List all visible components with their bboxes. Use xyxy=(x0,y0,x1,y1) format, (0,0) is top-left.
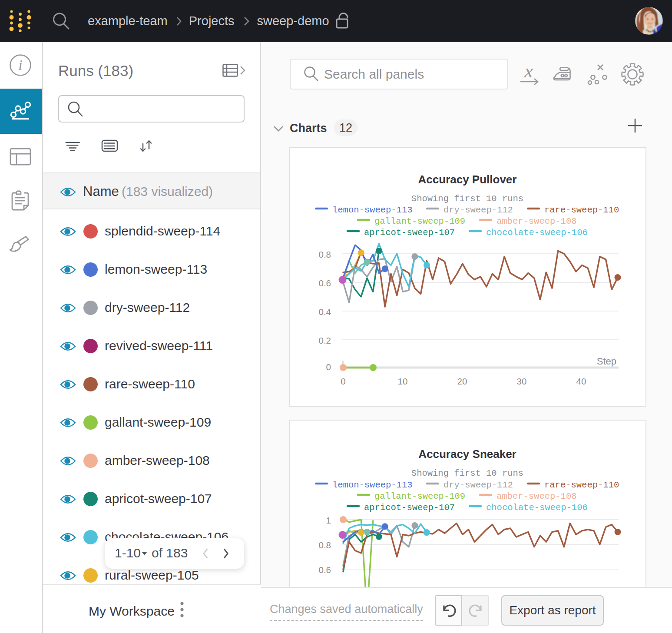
svg-text:chocolate-sweep-106: chocolate-sweep-106 xyxy=(486,503,588,513)
svg-text:0.6: 0.6 xyxy=(319,565,331,575)
svg-text:30: 30 xyxy=(517,376,527,386)
svg-text:rare-sweep-110: rare-sweep-110 xyxy=(544,480,619,490)
svg-text:0.6: 0.6 xyxy=(319,278,331,288)
svg-text:chocolate-sweep-106: chocolate-sweep-106 xyxy=(486,228,588,238)
svg-text:0: 0 xyxy=(341,376,345,386)
svg-text:0.2: 0.2 xyxy=(319,335,331,345)
svg-text:dry-sweep-112: dry-sweep-112 xyxy=(444,480,513,490)
svg-text:lemon-sweep-113: lemon-sweep-113 xyxy=(332,480,413,490)
svg-text:Accuracy Sneaker: Accuracy Sneaker xyxy=(418,447,516,461)
svg-text:amber-sweep-108: amber-sweep-108 xyxy=(497,491,577,501)
svg-text:1: 1 xyxy=(326,515,331,525)
svg-text:i: i xyxy=(18,57,22,73)
svg-text:apricot-sweep-107: apricot-sweep-107 xyxy=(364,503,455,513)
svg-text:Showing first 10 runs: Showing first 10 runs xyxy=(411,194,523,204)
svg-text:0.8: 0.8 xyxy=(319,540,331,550)
svg-text:lemon-sweep-113: lemon-sweep-113 xyxy=(332,205,413,215)
svg-text:0.8: 0.8 xyxy=(319,249,331,259)
svg-text:0.4: 0.4 xyxy=(319,307,331,317)
svg-text:20: 20 xyxy=(457,376,467,386)
svg-text:gallant-sweep-109: gallant-sweep-109 xyxy=(374,491,465,501)
svg-text:apricot-sweep-107: apricot-sweep-107 xyxy=(364,228,455,238)
svg-text:amber-sweep-108: amber-sweep-108 xyxy=(497,216,577,226)
svg-text:Accuracy Pullover: Accuracy Pullover xyxy=(418,173,517,186)
svg-text:rare-sweep-110: rare-sweep-110 xyxy=(544,205,619,215)
svg-text:40: 40 xyxy=(576,376,586,386)
svg-text:dry-sweep-112: dry-sweep-112 xyxy=(444,205,513,215)
svg-text:gallant-sweep-109: gallant-sweep-109 xyxy=(374,216,465,226)
svg-text:10: 10 xyxy=(398,376,408,386)
svg-text:Showing first 10 runs: Showing first 10 runs xyxy=(411,468,523,478)
svg-text:Step: Step xyxy=(597,356,616,367)
svg-text:0: 0 xyxy=(326,362,331,372)
